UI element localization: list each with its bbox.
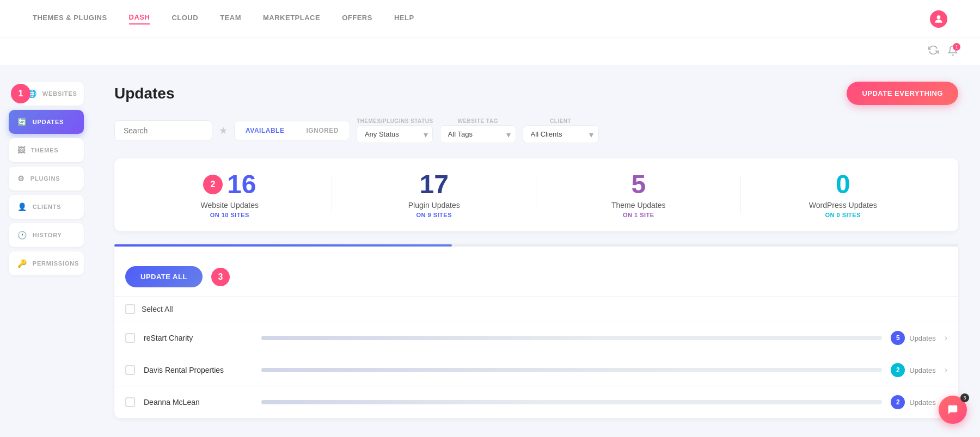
chevron-icon-0[interactable]: ›	[945, 333, 947, 343]
site-checkbox-2[interactable]	[125, 397, 135, 407]
select-all-checkbox[interactable]	[125, 304, 135, 314]
tab-group: AVAILABLE IGNORED	[234, 121, 350, 140]
clients-icon: 👤	[17, 202, 27, 211]
nav-marketplace[interactable]: MARKETPLACE	[263, 14, 320, 24]
site-row: reStart Charity 5 Updates ›	[114, 322, 958, 354]
site-name-0: reStart Charity	[144, 334, 253, 342]
tag-filter-label: WEBSITE TAG	[440, 118, 516, 124]
updates-badge-2: 2	[891, 395, 905, 409]
site-url-fill-2	[261, 400, 541, 404]
sidebar: 1 🌐 WEBSITES 🔄 UPDATES 🖼 THEMES ⚙ PLUGIN…	[0, 65, 93, 437]
stat-label-websites: Website Updates	[127, 201, 332, 210]
status-filter-label: THEMES/PLUGINS STATUS	[357, 118, 433, 124]
top-nav: THEMES & PLUGINS DASH CLOUD TEAM MARKETP…	[0, 0, 980, 38]
site-row-2: Deanna McLean 2 Updates ›	[114, 386, 958, 418]
updates-count-0: 5 Updates	[891, 331, 935, 345]
site-checkbox-1[interactable]	[125, 365, 135, 375]
sidebar-item-history[interactable]: 🕐 HISTORY	[9, 223, 84, 247]
chevron-icon-1[interactable]: ›	[945, 365, 947, 375]
nav-cloud[interactable]: CLOUD	[171, 14, 198, 24]
stat-sublabel-wordpress: ON 0 SITES	[741, 212, 946, 218]
sidebar-label-clients: CLIENTS	[33, 204, 62, 210]
progress-bar-container	[114, 244, 958, 247]
site-url-bar-2	[261, 400, 882, 404]
chat-bubble[interactable]: 3	[939, 396, 967, 424]
sidebar-item-clients[interactable]: 👤 CLIENTS	[9, 195, 84, 219]
status-filter-select[interactable]: Any Status	[357, 125, 433, 143]
sidebar-item-permissions[interactable]: 🔑 PERMISSIONS	[9, 251, 84, 275]
update-all-badge: 3	[211, 268, 230, 286]
stat-label-themes: Theme Updates	[536, 201, 741, 210]
updates-text-0: Updates	[909, 334, 935, 342]
stat-theme-updates: 5 Theme Updates ON 1 SITE	[536, 171, 741, 218]
sidebar-label-plugins: PLUGINS	[30, 175, 60, 182]
sidebar-item-updates[interactable]: 🔄 UPDATES	[9, 110, 84, 134]
tab-ignored[interactable]: IGNORED	[295, 121, 350, 140]
tab-available[interactable]: AVAILABLE	[235, 121, 295, 140]
client-filter-select[interactable]: All Clients	[523, 125, 599, 143]
sidebar-item-themes[interactable]: 🖼 THEMES	[9, 138, 84, 162]
sidebar-label-themes: THEMES	[31, 147, 59, 153]
stats-row: 2 16 Website Updates ON 10 SITES 17 Plug…	[114, 158, 958, 231]
stat-number-websites: 16	[227, 171, 256, 198]
nav-help[interactable]: HELP	[394, 14, 414, 24]
second-bar: 1	[0, 38, 980, 65]
refresh-icon[interactable]	[928, 45, 939, 58]
sidebar-label-history: HISTORY	[33, 232, 62, 238]
site-name-1: Davis Rental Properties	[144, 366, 253, 374]
stat-sublabel-websites: ON 10 SITES	[127, 212, 332, 218]
themes-icon: 🖼	[17, 146, 26, 155]
stat-label-wordpress: WordPress Updates	[741, 201, 946, 210]
plugins-icon: ⚙	[17, 174, 25, 183]
history-icon: 🕐	[17, 231, 27, 239]
search-input[interactable]	[114, 120, 212, 141]
site-url-fill-1	[261, 368, 696, 372]
tag-filter-select[interactable]: All Tags	[440, 125, 516, 143]
update-everything-button[interactable]: UPDATE EVERYTHING	[847, 82, 958, 105]
stat-badge-websites: 2	[203, 175, 223, 194]
sidebar-label-updates: UPDATES	[33, 119, 64, 125]
updates-text-2: Updates	[909, 398, 935, 407]
nav-themes-plugins[interactable]: THEMES & PLUGINS	[33, 14, 107, 24]
notification-bell[interactable]: 1	[947, 45, 958, 58]
stat-label-plugins: Plugin Updates	[332, 201, 537, 210]
stat-plugin-updates: 17 Plugin Updates ON 9 SITES	[332, 171, 537, 218]
site-name-2: Deanna McLean	[144, 398, 253, 407]
site-url-bar-1	[261, 368, 882, 372]
nav-right	[930, 10, 947, 28]
status-filter-group: THEMES/PLUGINS STATUS Any Status	[357, 118, 433, 143]
page-title: Updates	[114, 85, 174, 102]
main-layout: 1 🌐 WEBSITES 🔄 UPDATES 🖼 THEMES ⚙ PLUGIN…	[0, 65, 980, 437]
updates-badge-0: 5	[891, 331, 905, 345]
nav-offers[interactable]: OFFERS	[342, 14, 372, 24]
svg-point-0	[937, 15, 941, 19]
updates-area: UPDATE ALL 3 Select All reStart Charity …	[114, 244, 958, 418]
client-filter-group: CLIENT All Clients	[523, 118, 599, 143]
nav-dash[interactable]: DASH	[129, 13, 150, 24]
sidebar-label-permissions: PERMISSIONS	[33, 260, 79, 267]
nav-links: THEMES & PLUGINS DASH CLOUD TEAM MARKETP…	[33, 13, 414, 24]
chat-badge: 3	[960, 393, 969, 402]
site-url-bar-0	[261, 336, 882, 340]
page-header: Updates UPDATE EVERYTHING	[114, 82, 958, 105]
updates-count-1: 2 Updates	[891, 363, 935, 377]
nav-team[interactable]: TEAM	[220, 14, 241, 24]
stat-number-wordpress: 0	[836, 171, 850, 198]
stat-sublabel-plugins: ON 9 SITES	[332, 212, 537, 218]
updates-text-1: Updates	[909, 366, 935, 374]
main-content: Updates UPDATE EVERYTHING ★ AVAILABLE IG…	[93, 65, 980, 437]
user-avatar[interactable]	[930, 10, 947, 28]
favorite-icon[interactable]: ★	[219, 125, 228, 137]
select-all-row: Select All	[114, 297, 958, 322]
permissions-icon: 🔑	[17, 259, 27, 268]
tag-filter-group: WEBSITE TAG All Tags	[440, 118, 516, 143]
site-checkbox-0[interactable]	[125, 333, 135, 343]
site-row-1: Davis Rental Properties 2 Updates ›	[114, 354, 958, 386]
update-all-button[interactable]: UPDATE ALL	[125, 266, 203, 287]
stat-website-updates: 2 16 Website Updates ON 10 SITES	[127, 171, 332, 218]
notification-count: 1	[953, 43, 960, 51]
stat-number-plugins: 17	[420, 171, 449, 198]
client-filter-label: CLIENT	[523, 118, 599, 124]
stat-sublabel-themes: ON 1 SITE	[536, 212, 741, 218]
sidebar-item-plugins[interactable]: ⚙ PLUGINS	[9, 167, 84, 190]
